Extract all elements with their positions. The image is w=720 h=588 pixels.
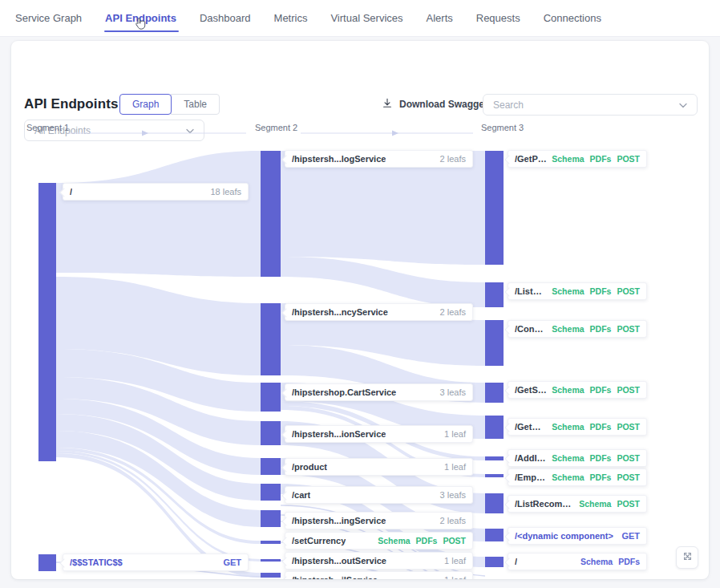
post-link[interactable]: POST [617, 499, 640, 509]
nav-item-metrics[interactable]: Metrics [274, 12, 308, 24]
endpoint-actions: SchemaPDFs [580, 557, 640, 566]
pdfs-link[interactable]: PDFs [590, 154, 612, 164]
leaf-count: 2 leafs [440, 516, 466, 525]
leaf-count: 18 leafs [210, 187, 241, 197]
sankey-bar-listproducts[interactable] [485, 282, 504, 307]
sankey-bar-cart[interactable] [261, 484, 281, 501]
endpoint-node-listproducts[interactable]: /ListProductsSchemaPDFsPOST [508, 282, 647, 300]
sankey-bar-static[interactable] [38, 554, 56, 571]
sankey-bar-hipstersh-outservice[interactable] [261, 559, 281, 562]
endpoint-node-getproduct[interactable]: /GetProductSchemaPDFsPOST [508, 150, 647, 168]
expand-icon [682, 550, 693, 565]
pdfs-link[interactable]: PDFs [590, 453, 612, 463]
post-link[interactable]: POST [617, 472, 640, 482]
schema-link[interactable]: Schema [552, 385, 584, 395]
leaf-count: 1 leaf [444, 429, 466, 439]
endpoint-node-root[interactable]: /SchemaPDFs [508, 553, 647, 570]
schema-link[interactable]: Schema [378, 536, 410, 545]
schema-link[interactable]: Schema [552, 324, 584, 334]
sankey-bar-hipstershop-cartservice[interactable] [261, 383, 281, 412]
nav-item-dashboard[interactable]: Dashboard [200, 12, 251, 24]
endpoint-node-product[interactable]: /product1 leaf [285, 458, 473, 476]
pdfs-link[interactable]: PDFs [590, 472, 612, 482]
pdfs-link[interactable]: PDFs [416, 536, 438, 545]
endpoint-label: /GetSupportedCurrencies [515, 385, 547, 395]
endpoint-node-hipstersh-logservice[interactable]: /hipstersh...logService2 leafs [285, 150, 473, 168]
post-link[interactable]: POST [617, 324, 640, 334]
search-input[interactable]: Search [483, 94, 698, 116]
endpoint-node-getcart[interactable]: /GetCartSchemaPDFsPOST [508, 418, 647, 436]
endpoint-node-convert[interactable]: /ConvertSchemaPDFsPOST [508, 320, 647, 338]
sankey-bar-setcurrency[interactable] [261, 541, 281, 544]
sankey-bar-root[interactable] [485, 557, 504, 567]
endpoint-actions: SchemaPDFsPOST [552, 286, 640, 296]
sankey-bar-listrecommendations[interactable] [485, 493, 504, 513]
post-link[interactable]: POST [617, 286, 640, 296]
expand-button[interactable] [676, 546, 698, 569]
endpoint-node-hipstersh-ingservice[interactable]: /hipstersh...ingService2 leafs [285, 512, 473, 529]
schema-link[interactable]: Schema [552, 286, 584, 296]
endpoint-node-hipstersh-outservice[interactable]: /hipstersh...outService1 leaf [285, 552, 473, 570]
sankey-bar-dynamic-component[interactable] [485, 529, 504, 541]
endpoint-label: /hipstershop.CartService [292, 387, 396, 397]
endpoint-node-hipstersh-ilservice[interactable]: /hipstersh...ilService1 leaf [285, 571, 473, 579]
leaf-count: 2 leafs [440, 307, 466, 317]
pdfs-link[interactable]: PDFs [590, 286, 612, 296]
post-link[interactable]: POST [443, 536, 466, 545]
endpoint-label: /ListRecommendations [515, 499, 574, 509]
pdfs-link[interactable]: PDFs [590, 422, 612, 432]
nav-item-alerts[interactable]: Alerts [427, 12, 453, 24]
endpoint-label: /ListProducts [515, 286, 547, 296]
sankey-bar-hipstersh-ilservice[interactable] [261, 573, 281, 578]
sankey-bar-hipstersh-ionservice[interactable] [261, 421, 281, 445]
endpoint-node-emptycart[interactable]: /EmptyCartSchemaPDFsPOST [508, 468, 647, 486]
post-link[interactable]: POST [617, 453, 640, 463]
endpoint-node-hipstersh-ncyservice[interactable]: /hipstersh...ncyService2 leafs [285, 303, 473, 321]
sankey-bar-root[interactable] [38, 183, 56, 461]
post-link[interactable]: POST [617, 422, 640, 432]
sankey-bar-hipstersh-ncyservice[interactable] [261, 303, 281, 375]
sankey-bar-additem[interactable] [485, 456, 504, 460]
schema-link[interactable]: Schema [552, 422, 584, 432]
pdfs-link[interactable]: PDFs [618, 557, 640, 566]
endpoint-node-cart[interactable]: /cart3 leafs [285, 486, 473, 504]
sankey-bar-getproduct[interactable] [485, 151, 504, 265]
endpoint-node-setcurrency[interactable]: /setCurrencySchemaPDFsPOST [285, 532, 473, 549]
endpoint-node-listrecommendations[interactable]: /ListRecommendationsSchemaPOST [508, 495, 647, 513]
nav-item-virtual-services[interactable]: Virtual Services [330, 12, 402, 24]
schema-link[interactable]: Schema [579, 499, 611, 509]
sankey-bar-getsupportedcurrencies[interactable] [485, 383, 504, 403]
sankey-bar-hipstersh-ingservice[interactable] [261, 510, 281, 527]
sankey-graph: /18 leafs/$$STATIC$$GET/hipstersh...logS… [11, 144, 709, 579]
schema-link[interactable]: Schema [552, 154, 584, 164]
schema-link[interactable]: Schema [580, 557, 613, 566]
nav-item-service-graph[interactable]: Service Graph [15, 12, 82, 24]
pdfs-link[interactable]: PDFs [590, 385, 612, 395]
pdfs-link[interactable]: PDFs [590, 324, 612, 334]
endpoint-node-hipstershop-cartservice[interactable]: /hipstershop.CartService3 leafs [285, 383, 473, 401]
nav-item-connections[interactable]: Connections [544, 12, 601, 24]
endpoint-node-hipstersh-ionservice[interactable]: /hipstersh...ionService1 leaf [285, 425, 473, 443]
sankey-bar-getcart[interactable] [485, 416, 504, 439]
nav-item-api-endpoints[interactable]: API Endpoints [105, 12, 176, 24]
endpoint-label: /hipstersh...ilService [292, 575, 378, 579]
search-placeholder: Search [493, 99, 524, 111]
endpoint-node-root[interactable]: /18 leafs [63, 183, 249, 201]
schema-link[interactable]: Schema [552, 472, 584, 482]
download-swagger-button[interactable]: Download Swagger [382, 97, 488, 112]
post-link[interactable]: POST [617, 385, 640, 395]
sankey-bar-hipstersh-logservice[interactable] [261, 151, 281, 277]
post-link[interactable]: POST [617, 154, 640, 164]
schema-link[interactable]: Schema [552, 453, 584, 463]
sankey-bar-product[interactable] [261, 458, 281, 475]
endpoint-node-getsupportedcurrencies[interactable]: /GetSupportedCurrenciesSchemaPDFsPOST [508, 381, 647, 399]
endpoint-node-static[interactable]: /$$STATIC$$GET [63, 554, 249, 571]
endpoint-node-additem[interactable]: /AddItemSchemaPDFsPOST [508, 449, 647, 467]
sankey-bar-emptycart[interactable] [485, 474, 504, 477]
graph-toggle-button[interactable]: Graph [119, 94, 172, 115]
sankey-bar-convert[interactable] [485, 320, 504, 366]
leaf-count: 3 leafs [440, 490, 466, 500]
endpoint-node-dynamic-component[interactable]: /<dynamic component>GET [508, 527, 647, 545]
table-toggle-button[interactable]: Table [171, 94, 220, 115]
nav-item-requests[interactable]: Requests [476, 12, 520, 24]
